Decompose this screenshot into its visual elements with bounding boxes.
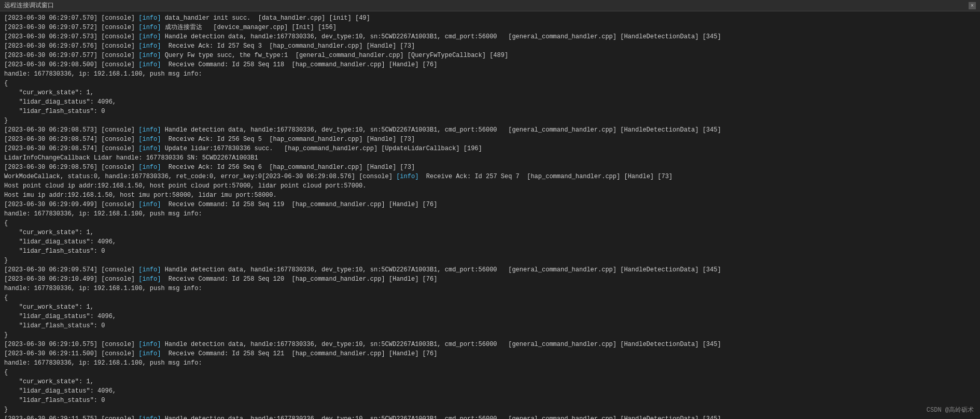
log-line: [2023-06-30 06:29:07.573] [console] [inf… bbox=[4, 32, 976, 41]
log-line: handle: 1677830336, ip: 192.168.1.100, p… bbox=[4, 69, 976, 79]
title-bar-controls: × bbox=[969, 2, 976, 9]
log-line: "lidar_diag_status": 4096, bbox=[4, 237, 976, 247]
log-line: "lidar_flash_status": 0 bbox=[4, 247, 976, 256]
log-line: { bbox=[4, 293, 976, 302]
log-line: [2023-06-30 06:29:07.576] [console] [inf… bbox=[4, 41, 976, 51]
watermark: CSDN @高岭砺术 bbox=[927, 406, 974, 415]
log-line: Host imu ip addr:192.168.1.50, host imu … bbox=[4, 191, 976, 200]
log-line: LidarInfoChangeCallback Lidar handle: 16… bbox=[4, 153, 976, 163]
log-line: { bbox=[4, 219, 976, 228]
log-line: "lidar_diag_status": 4096, bbox=[4, 386, 976, 396]
log-line: [2023-06-30 06:29:07.570] [console] [inf… bbox=[4, 13, 976, 23]
log-line: [2023-06-30 06:29:08.500] [console] [inf… bbox=[4, 60, 976, 69]
log-line: { bbox=[4, 368, 976, 377]
log-line: } bbox=[4, 256, 976, 265]
log-line: [2023-06-30 06:29:07.572] [console] [inf… bbox=[4, 23, 976, 32]
log-line: [2023-06-30 06:29:10.499] [console] [inf… bbox=[4, 274, 976, 284]
log-line: handle: 1677830336, ip: 192.168.1.100, p… bbox=[4, 284, 976, 293]
log-line: "cur_work_state": 1, bbox=[4, 228, 976, 237]
close-button[interactable]: × bbox=[969, 2, 976, 9]
log-line: "lidar_flash_status": 0 bbox=[4, 321, 976, 330]
log-line: handle: 1677830336, ip: 192.168.1.100, p… bbox=[4, 358, 976, 368]
log-line: "lidar_flash_status": 0 bbox=[4, 107, 976, 116]
title-bar: 远程连接调试窗口 × bbox=[0, 0, 980, 11]
log-line: [2023-06-30 06:29:08.576] [console] [inf… bbox=[4, 163, 976, 172]
log-line: [2023-06-30 06:29:08.573] [console] [inf… bbox=[4, 125, 976, 135]
log-line: [2023-06-30 06:29:07.577] [console] [inf… bbox=[4, 51, 976, 60]
log-line: "lidar_diag_status": 4096, bbox=[4, 312, 976, 321]
log-line: } bbox=[4, 116, 976, 125]
log-line: [2023-06-30 06:29:11.500] [console] [inf… bbox=[4, 349, 976, 358]
log-line: } bbox=[4, 330, 976, 340]
log-line: "lidar_diag_status": 4096, bbox=[4, 97, 976, 107]
log-line: [2023-06-30 06:29:10.575] [console] [inf… bbox=[4, 340, 976, 349]
log-line: "cur_work_state": 1, bbox=[4, 88, 976, 97]
log-line: [2023-06-30 06:29:09.499] [console] [inf… bbox=[4, 200, 976, 209]
log-line: [2023-06-30 06:29:09.574] [console] [inf… bbox=[4, 265, 976, 274]
log-line: "cur_work_state": 1, bbox=[4, 377, 976, 386]
log-line: handle: 1677830336, ip: 192.168.1.100, p… bbox=[4, 209, 976, 219]
title-bar-text: 远程连接调试窗口 bbox=[4, 1, 54, 10]
log-line: [2023-06-30 06:29:08.574] [console] [inf… bbox=[4, 144, 976, 153]
log-line: [2023-06-30 06:29:08.574] [console] [inf… bbox=[4, 135, 976, 144]
log-line: [2023-06-30 06:29:11.575] [console] [inf… bbox=[4, 414, 976, 419]
log-line: "cur_work_state": 1, bbox=[4, 302, 976, 312]
log-line: } bbox=[4, 405, 976, 414]
log-line: WorkModeCallack, status:0, handle:167783… bbox=[4, 172, 976, 181]
log-line: Host point cloud ip addr:192.168.1.50, h… bbox=[4, 181, 976, 191]
console-area: [2023-06-30 06:29:07.570] [console] [inf… bbox=[0, 11, 980, 419]
log-line: "lidar_flash_status": 0 bbox=[4, 396, 976, 405]
log-line: { bbox=[4, 79, 976, 88]
